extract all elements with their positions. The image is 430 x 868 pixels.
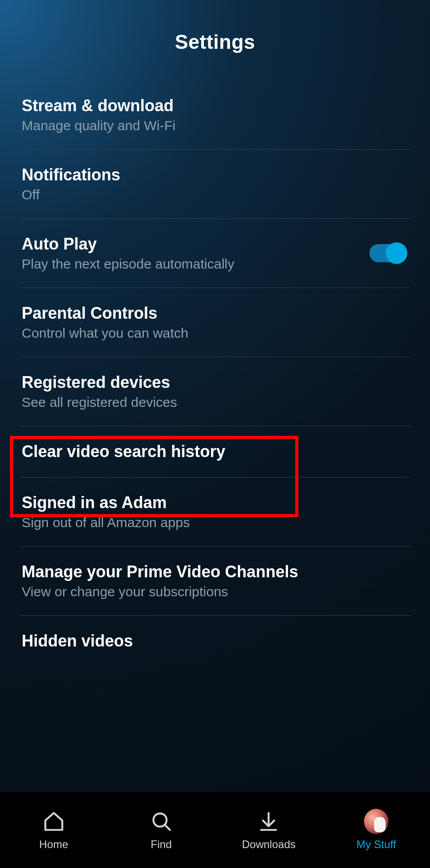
nav-downloads[interactable]: Downloads [215,809,323,851]
auto-play-toggle[interactable] [369,244,406,262]
item-title: Parental Controls [22,304,189,323]
settings-item-signed-in[interactable]: Signed in as Adam Sign out of all Amazon… [20,477,410,547]
svg-line-1 [165,825,170,830]
item-subtitle: See all registered devices [22,395,177,410]
item-subtitle: View or change your subscriptions [22,584,298,599]
settings-item-manage-channels[interactable]: Manage your Prime Video Channels View or… [20,547,410,616]
nav-label: Downloads [242,838,296,851]
settings-item-auto-play[interactable]: Auto Play Play the next episode automati… [20,219,410,288]
item-title: Hidden videos [22,632,133,651]
item-subtitle: Play the next episode automatically [22,256,234,272]
nav-home[interactable]: Home [0,809,108,851]
settings-list: Stream & download Manage quality and Wi-… [0,80,430,792]
search-icon [149,809,174,834]
header: Settings [0,0,430,80]
nav-label: My Stuff [356,838,396,851]
nav-label: Find [151,838,172,851]
nav-my-stuff[interactable]: My Stuff [322,809,430,851]
settings-item-clear-search-history[interactable]: Clear video search history [20,426,410,477]
bottom-nav: Home Find Downloads My Stuff [0,792,430,868]
item-title: Notifications [22,165,120,184]
item-title: Stream & download [22,96,175,115]
settings-item-stream-download[interactable]: Stream & download Manage quality and Wi-… [20,80,410,150]
nav-label: Home [39,838,68,851]
settings-item-parental-controls[interactable]: Parental Controls Control what you can w… [20,288,410,357]
item-subtitle: Manage quality and Wi-Fi [22,118,175,133]
item-title: Auto Play [22,235,234,254]
toggle-knob [386,242,407,264]
home-icon [42,809,66,834]
avatar-icon [364,809,388,834]
settings-item-hidden-videos[interactable]: Hidden videos [20,616,410,651]
item-subtitle: Sign out of all Amazon apps [22,515,190,530]
settings-item-registered-devices[interactable]: Registered devices See all registered de… [20,357,410,426]
item-subtitle: Control what you can watch [22,326,189,341]
item-title: Clear video search history [22,442,225,461]
item-subtitle: Off [22,187,120,203]
nav-find[interactable]: Find [108,809,215,851]
item-title: Registered devices [22,373,177,392]
download-icon [256,809,281,834]
page-title: Settings [0,31,430,53]
item-title: Manage your Prime Video Channels [22,562,298,581]
settings-item-notifications[interactable]: Notifications Off [20,150,410,219]
item-title: Signed in as Adam [22,493,190,512]
